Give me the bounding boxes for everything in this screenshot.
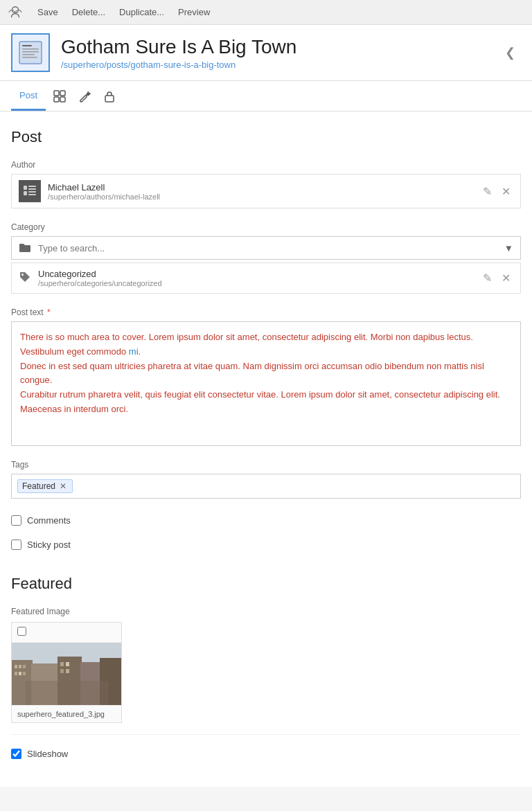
featured-image [12,643,121,705]
author-edit-button[interactable]: ✎ [480,184,495,199]
required-asterisk: * [45,308,51,317]
author-name: Michael Lazell [48,182,473,193]
collapse-button[interactable]: ❮ [499,42,521,63]
slideshow-checkbox[interactable] [11,749,21,759]
svg-rect-8 [60,91,65,96]
category-actions: ✎ ✕ [480,270,513,286]
svg-point-18 [21,274,24,276]
svg-rect-15 [28,188,36,190]
post-text-content[interactable]: There is so much area to cover. Lorem ip… [11,321,521,446]
comments-checkbox-row: Comments [11,513,521,528]
save-button[interactable]: Save [32,4,64,20]
featured-image-label: Featured Image [11,607,521,616]
tab-post[interactable]: Post [11,81,46,111]
divider [11,734,521,735]
main-content: Post Author Michael Lazell /superhero/au… [0,112,532,787]
featured-image-container: superhero_featured_3.jpg [11,622,122,723]
category-info: Uncategorized /superhero/categories/unca… [38,269,473,287]
svg-rect-30 [23,672,26,675]
featured-image-checkbox-area [12,623,121,643]
svg-rect-3 [22,48,39,50]
svg-rect-17 [28,194,36,195]
svg-rect-9 [54,97,59,102]
sticky-post-checkbox[interactable] [11,540,21,550]
svg-rect-33 [60,669,64,673]
url-slug: gotham-sure-is-a-big-town [130,60,236,70]
author-actions: ✎ ✕ [480,184,513,199]
featured-image-filename: superhero_featured_3.jpg [12,705,121,722]
author-field-group: Author Michael Lazell /superhero/authors… [11,160,521,208]
svg-rect-25 [15,665,17,668]
slideshow-checkbox-row: Slideshow [11,746,521,762]
app-logo [7,4,24,21]
category-folder-icon [12,237,38,259]
svg-rect-27 [23,665,26,668]
author-row: Michael Lazell /superhero/authors/michae… [11,174,521,208]
url-prefix: /superhero/posts/ [61,60,130,70]
svg-rect-10 [60,97,65,102]
sticky-post-label[interactable]: Sticky post [27,540,71,550]
svg-rect-32 [66,662,69,666]
subnav: Post [0,81,532,112]
author-remove-button[interactable]: ✕ [499,184,513,199]
svg-rect-2 [22,45,32,46]
category-remove-button[interactable]: ✕ [499,270,513,286]
page-title: Gotham Sure Is A Big Town [61,35,488,59]
svg-rect-7 [54,91,59,96]
author-label: Author [11,160,521,170]
category-tag-icon [19,271,31,286]
post-text-label: Post text * [11,308,521,317]
toolbar: Save Delete... Duplicate... Preview [0,0,532,25]
tag-remove-button[interactable]: ✕ [58,481,68,491]
tags-container[interactable]: Featured ✕ [11,474,521,499]
category-search-input[interactable] [38,238,497,259]
preview-button[interactable]: Preview [172,4,215,20]
tags-field-group: Tags Featured ✕ [11,460,521,499]
category-edit-button[interactable]: ✎ [480,270,495,286]
svg-rect-16 [28,191,36,193]
svg-rect-11 [105,96,114,102]
duplicate-button[interactable]: Duplicate... [114,4,170,20]
svg-rect-13 [24,191,27,195]
svg-rect-5 [22,54,35,55]
featured-image-select-checkbox[interactable] [17,627,26,636]
category-field-group: Category ▼ Uncategorized /superhero/cate… [11,222,521,294]
post-text-field-group: Post text * There is so much area to cov… [11,308,521,446]
category-label: Category [11,222,521,232]
svg-rect-31 [60,662,64,666]
header-info: Gotham Sure Is A Big Town /superhero/pos… [61,35,488,71]
svg-rect-14 [28,186,36,187]
svg-rect-12 [24,186,27,190]
svg-rect-26 [19,665,21,668]
category-row: Uncategorized /superhero/categories/unca… [11,262,521,294]
tag-label: Featured [22,481,55,491]
post-section-title: Post [11,128,521,146]
lock-icon-button[interactable] [98,85,121,107]
post-icon [11,33,50,72]
featured-section: Featured Featured Image [11,575,521,762]
author-url: /superhero/authors/michael-lazell [48,193,473,201]
category-url: /superhero/categories/uncategorized [38,279,473,287]
wrench-icon-button[interactable] [73,85,96,107]
sticky-post-checkbox-row: Sticky post [11,537,521,553]
comments-label[interactable]: Comments [27,515,71,526]
author-avatar [19,180,41,202]
category-dropdown-button[interactable]: ▼ [497,238,520,259]
tags-label: Tags [11,460,521,470]
svg-rect-28 [15,672,17,675]
author-info: Michael Lazell /superhero/authors/michae… [48,182,473,201]
grid-icon-button[interactable] [48,85,71,107]
slideshow-label[interactable]: Slideshow [27,749,68,759]
svg-rect-34 [66,669,69,673]
header-url: /superhero/posts/gotham-sure-is-a-big-to… [61,60,488,70]
svg-rect-1 [19,42,42,64]
svg-rect-6 [22,57,37,58]
svg-rect-4 [22,51,39,53]
svg-rect-29 [19,672,21,675]
featured-section-title: Featured [11,575,521,593]
page-header: Gotham Sure Is A Big Town /superhero/pos… [0,25,532,81]
category-name: Uncategorized [38,269,473,279]
svg-rect-35 [26,681,109,705]
delete-button[interactable]: Delete... [66,4,111,20]
comments-checkbox[interactable] [11,515,21,526]
